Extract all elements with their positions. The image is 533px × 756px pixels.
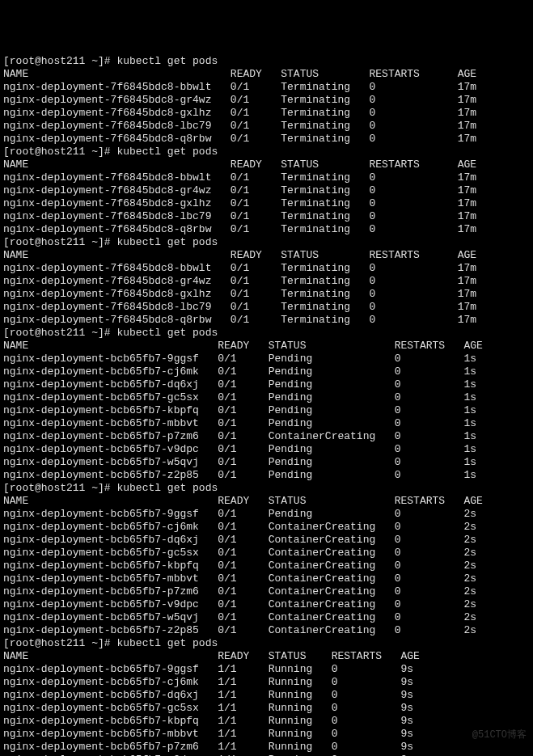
table-row: nginx-deployment-bcb65fb7-p7zm6 0/1 Cont… bbox=[3, 585, 476, 598]
table-row: nginx-deployment-bcb65fb7-kbpfq 0/1 Pend… bbox=[3, 404, 476, 416]
table-row: nginx-deployment-bcb65fb7-p7zm6 0/1 Cont… bbox=[3, 430, 476, 442]
table-row: nginx-deployment-bcb65fb7-v9dpc 0/1 Cont… bbox=[3, 598, 476, 610]
table-header: NAME READY STATUS RESTARTS AGE bbox=[3, 495, 483, 507]
table-row: nginx-deployment-7f6845bdc8-bbwlt 0/1 Te… bbox=[3, 171, 476, 184]
table-row: nginx-deployment-7f6845bdc8-q8rbw 0/1 Te… bbox=[3, 314, 476, 326]
shell-prompt: [root@host211 ~]# kubectl get pods bbox=[3, 236, 218, 248]
table-row: nginx-deployment-7f6845bdc8-gxlhz 0/1 Te… bbox=[3, 107, 476, 119]
table-row: nginx-deployment-bcb65fb7-v9dpc 0/1 Pend… bbox=[3, 443, 476, 455]
table-row: nginx-deployment-bcb65fb7-z2p85 0/1 Pend… bbox=[3, 469, 476, 481]
table-header: NAME READY STATUS RESTARTS AGE bbox=[3, 249, 476, 261]
table-row: nginx-deployment-bcb65fb7-w5qvj 0/1 Cont… bbox=[3, 611, 476, 623]
table-row: nginx-deployment-bcb65fb7-w5qvj 0/1 Pend… bbox=[3, 456, 476, 468]
table-row: nginx-deployment-bcb65fb7-9ggsf 1/1 Runn… bbox=[3, 663, 413, 675]
table-row: nginx-deployment-bcb65fb7-dq6xj 0/1 Cont… bbox=[3, 534, 476, 546]
table-row: nginx-deployment-bcb65fb7-mbbvt 0/1 Cont… bbox=[3, 572, 476, 585]
shell-prompt: [root@host211 ~]# kubectl get pods bbox=[3, 327, 218, 339]
table-row: nginx-deployment-bcb65fb7-dq6xj 0/1 Pend… bbox=[3, 378, 476, 391]
shell-prompt: [root@host211 ~]# kubectl get pods bbox=[3, 146, 218, 158]
shell-prompt: [root@host211 ~]# kubectl get pods bbox=[3, 55, 218, 67]
table-row: nginx-deployment-7f6845bdc8-bbwlt 0/1 Te… bbox=[3, 262, 476, 274]
table-row: nginx-deployment-7f6845bdc8-gr4wz 0/1 Te… bbox=[3, 275, 476, 287]
table-header: NAME READY STATUS RESTARTS AGE bbox=[3, 340, 483, 352]
table-row: nginx-deployment-bcb65fb7-cj6mk 0/1 Cont… bbox=[3, 521, 476, 533]
table-header: NAME READY STATUS RESTARTS AGE bbox=[3, 158, 476, 171]
watermark-text: @51CTO博客 bbox=[472, 729, 527, 741]
table-row: nginx-deployment-bcb65fb7-z2p85 0/1 Cont… bbox=[3, 624, 476, 636]
table-header: NAME READY STATUS RESTARTS AGE bbox=[3, 68, 476, 80]
table-row: nginx-deployment-7f6845bdc8-lbc79 0/1 Te… bbox=[3, 301, 476, 313]
table-row: nginx-deployment-bcb65fb7-9ggsf 0/1 Pend… bbox=[3, 508, 476, 520]
table-row: nginx-deployment-7f6845bdc8-bbwlt 0/1 Te… bbox=[3, 81, 476, 93]
table-row: nginx-deployment-bcb65fb7-kbpfq 0/1 Cont… bbox=[3, 560, 476, 572]
table-row: nginx-deployment-7f6845bdc8-q8rbw 0/1 Te… bbox=[3, 223, 476, 235]
table-row: nginx-deployment-bcb65fb7-cj6mk 1/1 Runn… bbox=[3, 676, 413, 688]
table-row: nginx-deployment-bcb65fb7-mbbvt 0/1 Pend… bbox=[3, 417, 476, 429]
table-row: nginx-deployment-7f6845bdc8-gxlhz 0/1 Te… bbox=[3, 288, 476, 300]
table-row: nginx-deployment-7f6845bdc8-gr4wz 0/1 Te… bbox=[3, 94, 476, 106]
table-row: nginx-deployment-7f6845bdc8-q8rbw 0/1 Te… bbox=[3, 133, 476, 145]
table-header: NAME READY STATUS RESTARTS AGE bbox=[3, 650, 420, 662]
shell-prompt: [root@host211 ~]# kubectl get pods bbox=[3, 482, 218, 494]
table-row: nginx-deployment-bcb65fb7-gc5sx 0/1 Cont… bbox=[3, 547, 476, 559]
table-row: nginx-deployment-bcb65fb7-9ggsf 0/1 Pend… bbox=[3, 353, 476, 365]
table-row: nginx-deployment-7f6845bdc8-gr4wz 0/1 Te… bbox=[3, 184, 476, 196]
table-row: nginx-deployment-7f6845bdc8-gxlhz 0/1 Te… bbox=[3, 197, 476, 209]
table-row: nginx-deployment-bcb65fb7-mbbvt 1/1 Runn… bbox=[3, 728, 413, 740]
terminal-output[interactable]: [root@host211 ~]# kubectl get pods NAME … bbox=[3, 55, 530, 756]
table-row: nginx-deployment-bcb65fb7-gc5sx 1/1 Runn… bbox=[3, 702, 413, 714]
table-row: nginx-deployment-bcb65fb7-p7zm6 1/1 Runn… bbox=[3, 741, 413, 753]
table-row: nginx-deployment-bcb65fb7-cj6mk 0/1 Pend… bbox=[3, 365, 476, 378]
table-row: nginx-deployment-bcb65fb7-kbpfq 1/1 Runn… bbox=[3, 715, 413, 727]
shell-prompt: [root@host211 ~]# kubectl get pods bbox=[3, 637, 218, 649]
table-row: nginx-deployment-bcb65fb7-dq6xj 1/1 Runn… bbox=[3, 689, 413, 701]
table-row: nginx-deployment-7f6845bdc8-lbc79 0/1 Te… bbox=[3, 120, 476, 132]
table-row: nginx-deployment-bcb65fb7-gc5sx 0/1 Pend… bbox=[3, 391, 476, 403]
table-row: nginx-deployment-7f6845bdc8-lbc79 0/1 Te… bbox=[3, 210, 476, 222]
